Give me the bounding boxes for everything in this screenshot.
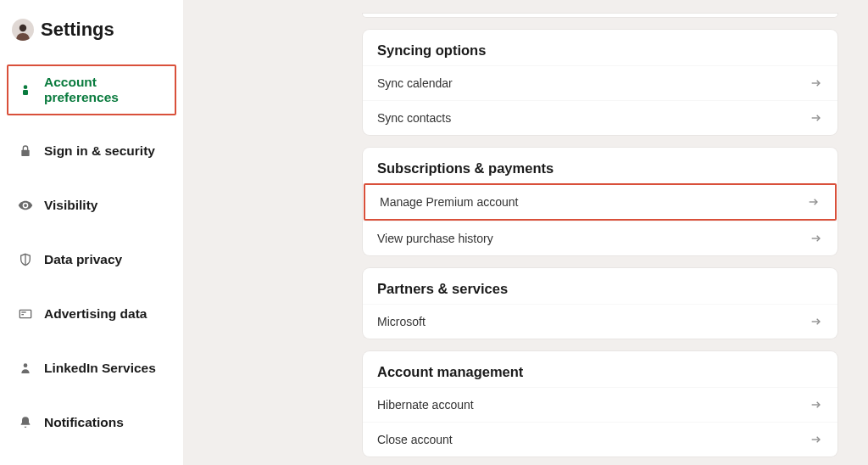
eye-icon <box>17 197 34 214</box>
nav-label: Notifications <box>44 415 124 430</box>
nav-item-linkedin-services[interactable]: LinkedIn Services <box>7 350 176 387</box>
nav-item-account-preferences[interactable]: Account preferences <box>7 64 176 115</box>
nav-item-data-privacy[interactable]: Data privacy <box>7 241 176 278</box>
person-icon <box>17 81 34 98</box>
row-label: Close account <box>377 433 453 446</box>
page-title: Settings <box>41 19 114 41</box>
bell-icon <box>17 414 34 431</box>
arrow-right-icon <box>810 433 823 446</box>
avatar[interactable] <box>12 19 34 41</box>
row-label: Sync contacts <box>377 111 451 125</box>
lock-icon <box>17 143 34 160</box>
arrow-right-icon <box>810 111 823 125</box>
person-small-icon <box>17 360 34 377</box>
row-label: Sync calendar <box>377 76 453 90</box>
nav-label: LinkedIn Services <box>44 361 156 376</box>
nav-label: Sign in & security <box>44 143 155 159</box>
arrow-right-icon <box>810 232 823 245</box>
nav-label: Advertising data <box>44 306 147 322</box>
nav-label: Account preferences <box>44 75 166 105</box>
svg-point-6 <box>24 363 28 367</box>
sidebar: Settings Account preferences Sign in & s… <box>0 0 183 465</box>
sidebar-header: Settings <box>0 19 183 51</box>
row-sync-calendar[interactable]: Sync calendar <box>363 65 837 100</box>
arrow-right-icon <box>810 398 823 412</box>
svg-point-1 <box>24 85 28 89</box>
card-heading: Account management <box>363 351 837 387</box>
svg-rect-2 <box>23 90 28 95</box>
row-hibernate-account[interactable]: Hibernate account <box>363 387 837 422</box>
row-microsoft[interactable]: Microsoft <box>363 304 837 339</box>
card-heading: Partners & services <box>363 268 837 304</box>
row-close-account[interactable]: Close account <box>363 422 837 457</box>
row-sync-contacts[interactable]: Sync contacts <box>363 100 837 135</box>
row-manage-premium[interactable]: Manage Premium account <box>364 183 837 221</box>
main-inner: Syncing options Sync calendar Sync conta… <box>363 14 837 457</box>
arrow-right-icon <box>810 315 823 328</box>
nav-label: Data privacy <box>44 252 122 267</box>
nav-item-advertising-data[interactable]: Advertising data <box>7 295 176 333</box>
nav-item-notifications[interactable]: Notifications <box>7 404 176 441</box>
card-heading: Subscriptions & payments <box>363 148 837 183</box>
nav: Account preferences Sign in & security V… <box>0 51 183 441</box>
card-heading: Syncing options <box>363 30 837 65</box>
main-content: Syncing options Sync calendar Sync conta… <box>183 0 868 465</box>
nav-label: Visibility <box>44 198 97 213</box>
arrow-right-icon <box>810 76 823 90</box>
row-label: View purchase history <box>377 232 493 245</box>
card-syncing-options: Syncing options Sync calendar Sync conta… <box>363 30 837 135</box>
shield-icon <box>17 251 34 268</box>
card-partners-services: Partners & services Microsoft <box>363 268 837 339</box>
nav-item-visibility[interactable]: Visibility <box>7 187 176 224</box>
nav-item-sign-in-security[interactable]: Sign in & security <box>7 132 176 170</box>
row-view-purchase-history[interactable]: View purchase history <box>363 221 837 255</box>
card-previous-stub <box>363 14 837 17</box>
row-label: Hibernate account <box>377 398 474 412</box>
row-label: Manage Premium account <box>380 195 518 209</box>
svg-point-0 <box>19 25 26 31</box>
arrow-right-icon <box>807 195 821 209</box>
ad-icon <box>17 305 34 322</box>
card-account-management: Account management Hibernate account Clo… <box>363 351 837 457</box>
row-label: Microsoft <box>377 315 426 328</box>
card-subscriptions-payments: Subscriptions & payments Manage Premium … <box>363 148 837 255</box>
